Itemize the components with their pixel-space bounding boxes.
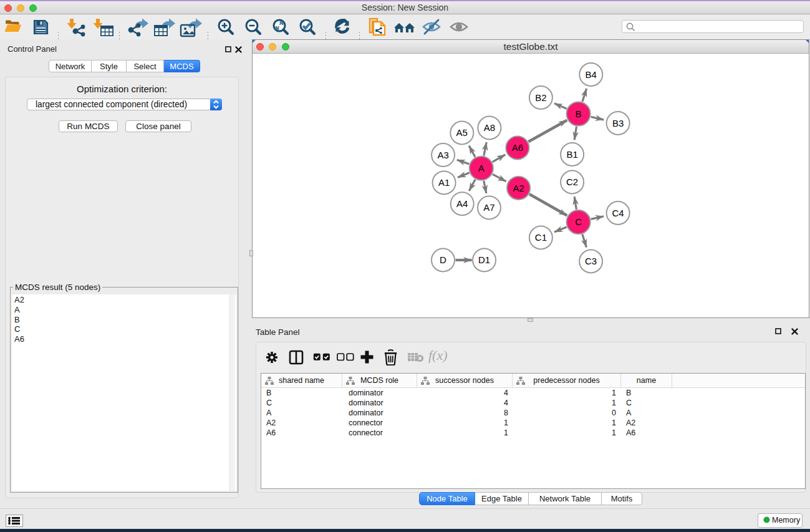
svg-text:B1: B1 bbox=[566, 149, 577, 160]
svg-text:D1: D1 bbox=[478, 254, 490, 265]
svg-text:A5: A5 bbox=[456, 127, 468, 138]
svg-text:C2: C2 bbox=[566, 177, 578, 187]
svg-text:A: A bbox=[478, 163, 485, 173]
svg-text:C3: C3 bbox=[585, 256, 597, 266]
svg-text:A4: A4 bbox=[456, 198, 468, 209]
svg-text:C: C bbox=[575, 216, 582, 227]
svg-text:A3: A3 bbox=[437, 150, 448, 160]
svg-text:B: B bbox=[576, 109, 582, 119]
svg-text:D: D bbox=[440, 254, 446, 265]
svg-text:B3: B3 bbox=[612, 118, 624, 128]
svg-text:A1: A1 bbox=[438, 177, 450, 188]
svg-text:A7: A7 bbox=[483, 202, 494, 213]
svg-text:B4: B4 bbox=[586, 69, 597, 80]
svg-text:B2: B2 bbox=[535, 92, 546, 103]
svg-text:A2: A2 bbox=[513, 183, 524, 193]
svg-text:C1: C1 bbox=[535, 232, 547, 243]
svg-text:C4: C4 bbox=[612, 208, 624, 218]
svg-text:A6: A6 bbox=[512, 142, 523, 153]
svg-text:A8: A8 bbox=[484, 122, 495, 133]
